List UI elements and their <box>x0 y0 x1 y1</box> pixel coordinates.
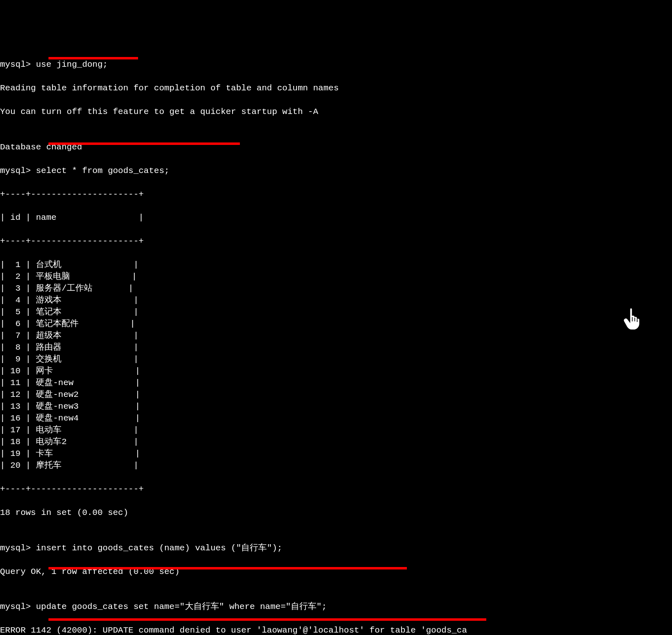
table-row: | 11 | 硬盘-new | <box>0 377 672 389</box>
table-rows: | 1 | 台式机 || 2 | 平板电脑 || 3 | 服务器/工作站 || … <box>0 259 672 471</box>
table-row: | 4 | 游戏本 | <box>0 295 672 307</box>
highlight-underline-1 <box>48 57 138 59</box>
cmd-insert: insert into goods_cates (name) values ("… <box>36 543 282 553</box>
table-row: | 19 | 卡车 | <box>0 448 672 460</box>
prompt-use: mysql> use jing_dong; <box>0 59 672 71</box>
msg-reading: Reading table information for completion… <box>0 83 672 94</box>
table-row: | 18 | 电动车2 | <box>0 436 672 448</box>
table-row: | 17 | 电动车 | <box>0 425 672 436</box>
msg-turnoff: You can turn off this feature to get a q… <box>0 106 672 118</box>
mysql-prompt: mysql> <box>0 602 36 611</box>
highlight-underline-2 <box>48 142 240 145</box>
highlight-underline-3 <box>48 567 407 569</box>
table-row: | 5 | 笔记本 | <box>0 307 672 318</box>
table-row: | 1 | 台式机 | <box>0 259 672 271</box>
table-row: | 10 | 网卡 | <box>0 366 672 377</box>
prompt-insert: mysql> insert into goods_cates (name) va… <box>0 543 672 554</box>
mysql-prompt: mysql> <box>0 60 36 69</box>
error-line-1: ERROR 1142 (42000): UPDATE command denie… <box>0 625 672 635</box>
table-header: | id | name | <box>0 212 672 224</box>
rows-summary: 18 rows in set (0.00 sec) <box>0 507 672 519</box>
table-row: | 20 | 摩托车 | <box>0 460 672 472</box>
prompt-update: mysql> update goods_cates set name="大自行车… <box>0 601 672 613</box>
highlight-underline-4 <box>48 618 486 621</box>
table-row: | 9 | 交换机 | <box>0 354 672 366</box>
cmd-select: select * from goods_cates; <box>36 166 169 175</box>
table-row: | 6 | 笔记本配件 | <box>0 318 672 330</box>
table-border-mid: +----+---------------------+ <box>0 236 672 247</box>
cmd-update: update goods_cates set name="大自行车" where… <box>36 602 327 611</box>
table-row: | 13 | 硬盘-new3 | <box>0 401 672 413</box>
table-row: | 16 | 硬盘-new4 | <box>0 413 672 425</box>
table-border-top: +----+---------------------+ <box>0 189 672 201</box>
table-border-bottom: +----+---------------------+ <box>0 484 672 495</box>
mysql-prompt: mysql> <box>0 543 36 553</box>
mysql-prompt: mysql> <box>0 166 36 175</box>
table-row: | 7 | 超级本 | <box>0 330 672 342</box>
table-row: | 2 | 平板电脑 | <box>0 271 672 283</box>
table-row: | 8 | 路由器 | <box>0 342 672 354</box>
table-row: | 3 | 服务器/工作站 | <box>0 283 672 295</box>
table-row: | 12 | 硬盘-new2 | <box>0 389 672 401</box>
terminal-output: mysql> use jing_dong; Reading table info… <box>0 47 672 635</box>
cmd-use: use jing_dong; <box>36 60 108 69</box>
prompt-select: mysql> select * from goods_cates; <box>0 165 672 177</box>
